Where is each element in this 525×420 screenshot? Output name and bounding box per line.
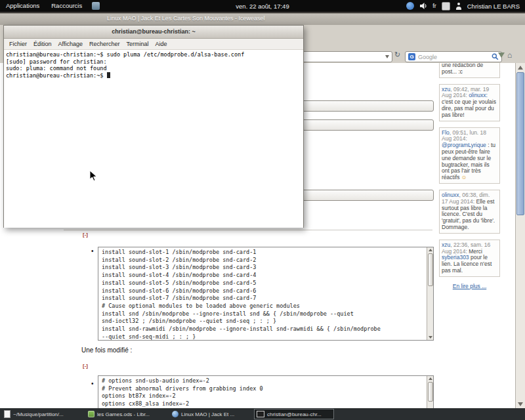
- scroll-thumb[interactable]: [516, 72, 524, 215]
- taskbar: ~/Musique/partition/... les Games.ods - …: [0, 408, 525, 420]
- task-button-music[interactable]: ~/Musique/partition/...: [2, 410, 81, 419]
- code-scrollbar-2[interactable]: [427, 376, 433, 409]
- comment-box: olinuxx, 06:38, dim. 17 Aug 2014: Elle e…: [439, 190, 500, 234]
- terminal-icon: [257, 411, 264, 417]
- read-more-link[interactable]: En lire plus ...: [439, 283, 500, 289]
- download-icon[interactable]: [498, 52, 505, 58]
- menu-terminal[interactable]: Terminal: [123, 41, 152, 47]
- user-menu[interactable]: Christian LE BARS: [467, 3, 520, 10]
- terminal-cursor: [107, 72, 110, 78]
- code-block-2: # options snd-usb-audio index=-2 # Preve…: [98, 375, 434, 409]
- terminal-window: christian@bureau-christian: ~ Fichier Éd…: [3, 25, 304, 228]
- modified-label: Une fois modifié :: [81, 346, 132, 354]
- scroll-thumb[interactable]: [428, 382, 433, 402]
- urlbar-dropdown-icon[interactable]: [385, 55, 389, 58]
- scroll-down-icon[interactable]: [518, 402, 523, 406]
- browser-title: Linux MAO | Jack Et Les Cartes Son Mouva…: [107, 15, 264, 22]
- tray-icon-blue[interactable]: [406, 2, 414, 10]
- volume-icon[interactable]: [419, 2, 427, 10]
- comment-author-link[interactable]: xzu: [442, 242, 450, 248]
- menu-edition[interactable]: Édition: [30, 41, 55, 47]
- task-button-calc[interactable]: les Games.ods - Libr...: [86, 410, 165, 419]
- comment-partial: une rédaction de post... :c: [439, 63, 500, 78]
- globe-icon: [172, 411, 178, 417]
- menu-rechercher[interactable]: Rechercher: [86, 41, 123, 47]
- task-label: les Games.ods - Libr...: [97, 411, 150, 417]
- comment-box: xzu, 09:42, mar. 19 Aug 2014: olinuxx: c…: [439, 84, 500, 121]
- task-label: Linux MAO | Jack Et ...: [181, 411, 234, 417]
- system-tray: fr Christian LE BARS: [406, 2, 525, 10]
- menu-affichage[interactable]: Affichage: [55, 41, 86, 47]
- scroll-up-icon[interactable]: [429, 249, 432, 251]
- code-block-1: install sound-slot-1 /sbin/modprobe snd-…: [98, 247, 434, 341]
- collapse-toggle-1[interactable]: [-]: [83, 232, 88, 238]
- comment-text: Merci: [469, 248, 482, 255]
- terminal-output[interactable]: christian@bureau-christian:~$ sudo pluma…: [4, 50, 303, 228]
- collapse-toggle-2[interactable]: [-]: [83, 363, 88, 369]
- code-scrollbar-1[interactable]: [427, 247, 433, 340]
- task-label: ~/Musique/partition/...: [13, 411, 64, 417]
- comment-box: xzu, 22:36, sam. 16 Aug 2014: Merci sybe…: [439, 240, 500, 277]
- comments-sidebar: une rédaction de post... :c xzu, 09:42, …: [439, 63, 500, 289]
- content-divider: [64, 230, 432, 230]
- menu-fichier[interactable]: Fichier: [6, 41, 30, 47]
- comment-author-link[interactable]: xzu: [442, 86, 450, 93]
- comment-text: c'est ce que je voulais dire, pas mal po…: [442, 98, 496, 118]
- keyboard-layout-indicator[interactable]: fr: [432, 3, 436, 9]
- user-icon: [455, 3, 462, 10]
- task-button-browser[interactable]: Linux MAO | Jack Et ...: [170, 410, 249, 419]
- reload-icon[interactable]: ↻: [394, 51, 400, 59]
- search-engine-label: Google: [418, 54, 489, 60]
- terminal-prompt: christian@bureau-christian:~$: [6, 72, 107, 79]
- launcher-icon[interactable]: [92, 2, 100, 10]
- raccourcis-menu[interactable]: Raccourcis: [45, 0, 88, 12]
- applications-menu[interactable]: Applications: [0, 0, 45, 12]
- document-icon: [4, 410, 10, 418]
- browser-titlebar[interactable]: Linux MAO | Jack Et Les Cartes Son Mouva…: [0, 14, 525, 25]
- terminal-line: sudo: pluma: command not found: [6, 65, 301, 72]
- comment-author-link[interactable]: olinuxx: [442, 192, 459, 198]
- comment-inline-link[interactable]: @programLyrique: [442, 142, 486, 148]
- spreadsheet-icon: [88, 411, 94, 417]
- list-bullet: [91, 380, 94, 387]
- scroll-down-icon[interactable]: [429, 336, 432, 339]
- smiley-icon: ☺: [461, 174, 467, 180]
- mouse-cursor: [89, 170, 97, 182]
- task-button-terminal[interactable]: christian@bureau-chr...: [254, 409, 334, 419]
- comment-inline-link[interactable]: syberia303: [442, 254, 469, 261]
- home-icon[interactable]: ⌂: [507, 51, 512, 60]
- search-box[interactable]: G Google: [405, 51, 502, 62]
- menu-aide[interactable]: Aide: [152, 41, 170, 47]
- comment-text: une rédaction de post... :c: [442, 63, 483, 75]
- code-text-2: # options snd-usb-audio index=-2 # Preve…: [102, 377, 430, 408]
- comment-text: : tu peux peut-être faire une demande su…: [442, 142, 495, 180]
- terminal-menubar: Fichier Édition Affichage Rechercher Ter…: [4, 39, 303, 50]
- terminal-line: christian@bureau-christian:~$: [6, 72, 301, 79]
- comment-box: Flo, 09:51, lun. 18 Aug 2014: @programLy…: [439, 127, 500, 184]
- scroll-up-icon[interactable]: [518, 66, 523, 70]
- code-text-1: install sound-slot-1 /sbin/modprobe snd-…: [102, 249, 430, 341]
- terminal-line: christian@bureau-christian:~$ sudo pluma…: [6, 51, 301, 58]
- top-panel: Applications Raccourcis ven. 22 août, 17…: [0, 0, 525, 12]
- scroll-up-icon[interactable]: [429, 377, 432, 380]
- terminal-titlebar[interactable]: christian@bureau-christian: ~: [4, 26, 303, 39]
- task-label: christian@bureau-chr...: [267, 411, 322, 417]
- terminal-line: [sudo] password for christian:: [6, 58, 301, 66]
- browser-scrollbar[interactable]: [515, 63, 525, 409]
- google-engine-icon[interactable]: G: [408, 53, 415, 60]
- list-bullet: [91, 247, 94, 255]
- comment-author-link[interactable]: Flo: [442, 129, 450, 136]
- scroll-thumb[interactable]: [428, 253, 433, 286]
- tray-icon-light[interactable]: [442, 2, 450, 10]
- comment-inline-link[interactable]: olinuxx:: [469, 92, 488, 98]
